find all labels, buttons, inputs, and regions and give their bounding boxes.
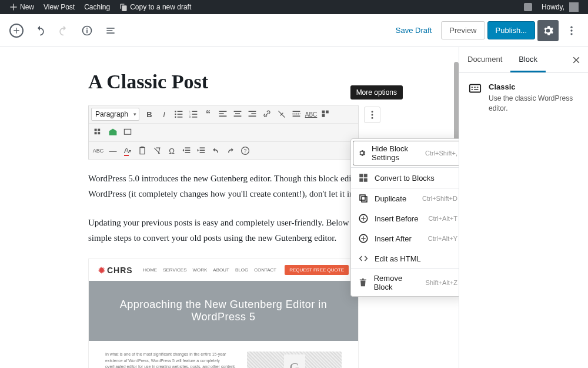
classic-block-icon xyxy=(469,82,482,95)
svg-rect-19 xyxy=(219,111,227,112)
bullet-list-button[interactable] xyxy=(172,107,186,121)
svg-rect-44 xyxy=(185,152,191,153)
svg-rect-43 xyxy=(185,150,191,151)
admin-caching[interactable]: Caching xyxy=(79,0,115,14)
info-button[interactable] xyxy=(76,20,98,41)
align-center-button[interactable] xyxy=(230,107,245,121)
help-button[interactable]: ? xyxy=(238,144,252,158)
svg-rect-42 xyxy=(185,147,191,148)
svg-rect-61 xyxy=(472,87,473,88)
more-tag-button[interactable] xyxy=(289,107,303,121)
outdent-button[interactable] xyxy=(179,144,193,158)
save-draft-button[interactable]: Save Draft xyxy=(389,21,439,39)
svg-rect-22 xyxy=(234,111,242,112)
svg-rect-32 xyxy=(326,111,329,114)
numbered-list-button[interactable]: 123 xyxy=(186,107,201,121)
svg-rect-35 xyxy=(98,129,100,131)
settings-button[interactable] xyxy=(537,20,559,41)
menu-hide-block-settings[interactable]: Hide Block Settings Ctrl+Shift+, xyxy=(353,141,459,165)
svg-point-4 xyxy=(372,111,373,112)
grid-button[interactable] xyxy=(91,125,105,140)
sidebar-close-button[interactable] xyxy=(564,47,588,72)
svg-point-9 xyxy=(175,114,176,115)
svg-rect-41 xyxy=(141,147,144,148)
tab-block[interactable]: Block xyxy=(510,47,546,72)
format-select[interactable]: Paragraph xyxy=(91,108,139,121)
menu-edit-as-html[interactable]: Edit as HTML xyxy=(351,248,459,268)
clear-format-button[interactable] xyxy=(150,144,164,158)
svg-rect-39 xyxy=(124,129,131,134)
block-info-desc: Use the classic WordPress editor. xyxy=(489,94,579,114)
svg-rect-23 xyxy=(235,113,240,114)
svg-rect-34 xyxy=(95,129,97,131)
paste-button[interactable] xyxy=(135,144,149,158)
italic-button[interactable]: I xyxy=(157,107,171,121)
svg-marker-45 xyxy=(183,149,184,152)
more-menu-button[interactable] xyxy=(561,20,582,41)
spellcheck-button[interactable]: ABC xyxy=(304,107,318,121)
svg-rect-52 xyxy=(359,174,363,177)
strikethrough-button[interactable]: ABC xyxy=(91,144,105,158)
svg-rect-20 xyxy=(219,113,224,114)
svg-rect-65 xyxy=(474,89,478,90)
svg-marker-49 xyxy=(198,149,199,152)
svg-rect-64 xyxy=(472,89,473,90)
outline-button[interactable] xyxy=(100,20,121,41)
tab-document[interactable]: Document xyxy=(459,47,510,72)
block-more-options-button[interactable] xyxy=(364,107,380,123)
svg-rect-46 xyxy=(200,147,205,148)
svg-point-7 xyxy=(175,111,176,112)
block-options-dropdown: Hide Block Settings Ctrl+Shift+, Convert… xyxy=(350,138,459,297)
align-right-button[interactable] xyxy=(245,107,259,121)
menu-insert-after[interactable]: Insert After Ctrl+Alt+Y xyxy=(351,228,459,248)
admin-notifications[interactable] xyxy=(519,0,537,14)
admin-howdy[interactable]: Howdy, xyxy=(537,0,583,14)
svg-rect-62 xyxy=(474,87,476,88)
svg-text:3: 3 xyxy=(189,115,191,118)
preview-button[interactable]: Preview xyxy=(441,21,485,39)
align-left-button[interactable] xyxy=(216,107,230,121)
toolbar-toggle-button[interactable] xyxy=(319,107,333,121)
svg-rect-27 xyxy=(249,115,256,117)
redo-button[interactable] xyxy=(53,20,74,41)
bold-button[interactable]: B xyxy=(142,107,156,121)
embed-hero: Approaching the New Gutenberg Editor in … xyxy=(89,281,358,341)
unlink-button[interactable] xyxy=(275,107,289,121)
publish-button[interactable]: Publish... xyxy=(487,21,535,39)
special-char-button[interactable]: Ω xyxy=(165,144,179,158)
avatar xyxy=(569,2,579,12)
tb-redo-button[interactable] xyxy=(223,144,238,158)
svg-point-5 xyxy=(372,114,373,116)
svg-marker-38 xyxy=(109,129,117,135)
admin-new-button[interactable]: New xyxy=(5,0,39,14)
svg-rect-33 xyxy=(322,114,325,117)
blocks-icon xyxy=(358,173,369,183)
svg-rect-31 xyxy=(322,111,325,114)
duplicate-icon xyxy=(358,193,369,204)
menu-remove-block[interactable]: Remove Block Shift+Alt+Z xyxy=(351,269,459,296)
widget-button[interactable] xyxy=(121,125,135,140)
menu-convert-to-blocks[interactable]: Convert to Blocks xyxy=(351,168,459,188)
media-button[interactable] xyxy=(106,125,120,140)
admin-copy-draft[interactable]: Copy to a new draft xyxy=(115,0,196,14)
menu-duplicate[interactable]: Duplicate Ctrl+Shift+D xyxy=(351,188,459,208)
link-button[interactable] xyxy=(260,107,274,121)
add-block-button[interactable] xyxy=(6,20,27,41)
menu-insert-before[interactable]: Insert Before Ctrl+Alt+T xyxy=(351,208,459,228)
embed-cta: Request Free Quote xyxy=(285,265,349,275)
hr-button[interactable]: — xyxy=(106,144,120,158)
insert-after-icon xyxy=(358,233,369,244)
svg-rect-26 xyxy=(251,113,256,114)
editor-canvas[interactable]: A Classic Post More options Paragraph B … xyxy=(0,47,459,368)
text-color-button[interactable]: A ▾ xyxy=(121,144,135,158)
svg-rect-55 xyxy=(364,178,368,182)
indent-button[interactable] xyxy=(194,144,208,158)
embed-body-text: In what is one of the most significant c… xyxy=(105,352,238,368)
tb-undo-button[interactable] xyxy=(209,144,223,158)
blockquote-button[interactable]: “ xyxy=(201,107,215,121)
svg-rect-10 xyxy=(178,114,183,115)
gear-icon xyxy=(358,148,366,158)
undo-button[interactable] xyxy=(29,20,51,41)
svg-rect-48 xyxy=(200,152,205,153)
admin-view-post[interactable]: View Post xyxy=(39,0,79,14)
